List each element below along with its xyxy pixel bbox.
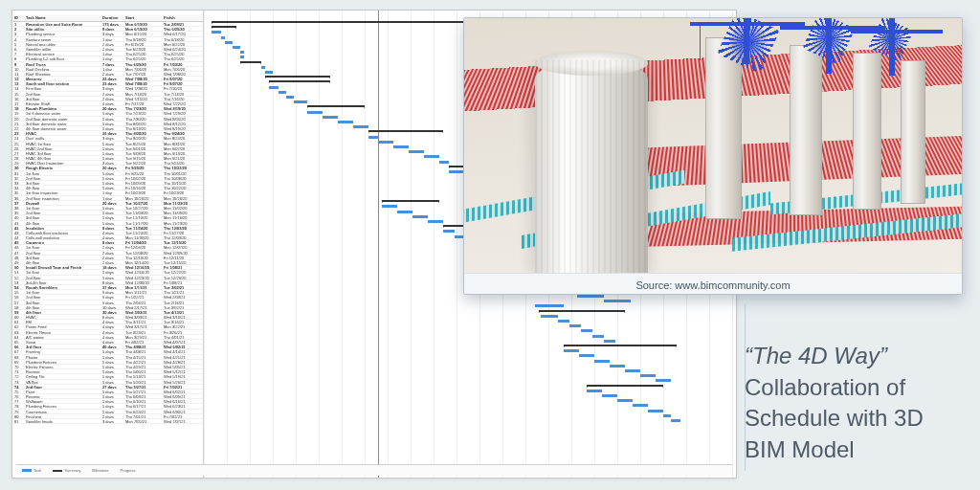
col-dur: Duration xyxy=(100,15,123,20)
col-start: Start xyxy=(123,15,162,20)
task-bar xyxy=(541,315,558,318)
today-line xyxy=(378,11,379,478)
task-bar xyxy=(412,215,428,218)
task-bar xyxy=(382,205,397,208)
task-bar xyxy=(443,230,455,233)
concrete-column xyxy=(901,60,925,204)
task-bar xyxy=(663,414,671,417)
task-bar xyxy=(581,329,592,332)
task-bar xyxy=(587,390,602,392)
render-source-label: Source: www.bimcommunity.com xyxy=(464,273,962,295)
task-bar xyxy=(569,324,581,327)
task-bar xyxy=(633,404,648,407)
concrete-column xyxy=(853,53,881,210)
task-bar xyxy=(397,211,412,213)
task-bar xyxy=(261,66,265,69)
summary-bar xyxy=(587,385,663,387)
summary-bar xyxy=(269,80,330,82)
summary-bar xyxy=(240,61,261,63)
caption-block: “The 4D Way” Collaboration of Schedule w… xyxy=(745,341,961,465)
task-bar xyxy=(439,161,449,164)
legend-task: Task xyxy=(33,468,41,473)
summary-bar xyxy=(307,105,365,107)
summary-bar xyxy=(368,130,443,132)
caption-line: Schedule with 3D xyxy=(745,403,961,434)
task-bar xyxy=(604,300,631,302)
task-bar xyxy=(428,220,443,223)
task-bar xyxy=(212,31,221,33)
task-bar xyxy=(449,170,464,173)
task-bar xyxy=(269,86,278,89)
bim-render-scene xyxy=(464,18,962,273)
task-table: ID Task Name Duration Start Finish 1Rece… xyxy=(12,11,204,478)
task-bar xyxy=(286,96,294,99)
task-bar xyxy=(610,365,625,368)
task-bar xyxy=(577,295,604,298)
task-bar xyxy=(307,111,323,114)
table-row: 81Sprinkler heads3 daysMon 7/05/21Wed 7/… xyxy=(12,419,203,424)
task-bar xyxy=(602,394,617,397)
summary-bar xyxy=(212,26,236,28)
task-bar xyxy=(378,141,393,144)
task-bar xyxy=(225,41,233,44)
legend-progress: Progress xyxy=(120,468,135,473)
col-id: ID xyxy=(12,15,24,20)
task-bar xyxy=(617,399,633,402)
task-bar xyxy=(393,145,409,148)
task-bar xyxy=(625,369,640,372)
task-bar xyxy=(294,100,307,103)
legend-summary: Summary xyxy=(64,468,80,473)
task-bar xyxy=(594,360,610,363)
task-bar xyxy=(233,46,240,49)
concrete-column xyxy=(790,45,822,215)
caption-title: “The 4D Way” xyxy=(745,341,961,371)
task-bar xyxy=(353,125,368,128)
task-bar xyxy=(240,51,244,54)
task-bar xyxy=(323,116,338,119)
task-bar xyxy=(671,419,680,422)
task-bar xyxy=(579,354,594,357)
large-column-pipe xyxy=(535,60,648,273)
task-table-header: ID Task Name Duration Start Finish xyxy=(12,14,203,22)
concrete-column xyxy=(705,37,742,219)
summary-bar xyxy=(564,345,677,346)
bim-render-card: Source: www.bimcommunity.com xyxy=(463,17,963,295)
task-bar xyxy=(409,150,424,153)
task-bar xyxy=(535,304,564,307)
crane-cable xyxy=(700,22,701,60)
task-bar xyxy=(656,379,671,382)
gantt-legend: Task Summary Milestone Progress xyxy=(16,464,732,476)
task-bar xyxy=(648,410,663,412)
task-bar xyxy=(265,71,273,74)
col-end: Finish xyxy=(162,15,200,20)
task-bar xyxy=(240,56,244,58)
task-bar xyxy=(221,36,225,39)
task-bar xyxy=(564,349,579,352)
caption-line: BIM Model xyxy=(745,434,961,465)
task-bar xyxy=(592,335,604,338)
task-bar xyxy=(604,340,615,343)
summary-bar xyxy=(539,310,625,312)
summary-bar xyxy=(382,200,439,202)
task-bar xyxy=(640,374,656,377)
task-bar xyxy=(368,136,378,139)
task-bar xyxy=(278,91,286,94)
task-bar xyxy=(558,320,569,323)
col-name: Task Name xyxy=(24,15,100,20)
legend-milestone: Milestone xyxy=(92,468,108,473)
task-bar xyxy=(424,155,439,158)
task-bar xyxy=(338,121,353,123)
caption-line: Collaboration of xyxy=(745,372,961,403)
summary-bar xyxy=(265,76,330,78)
